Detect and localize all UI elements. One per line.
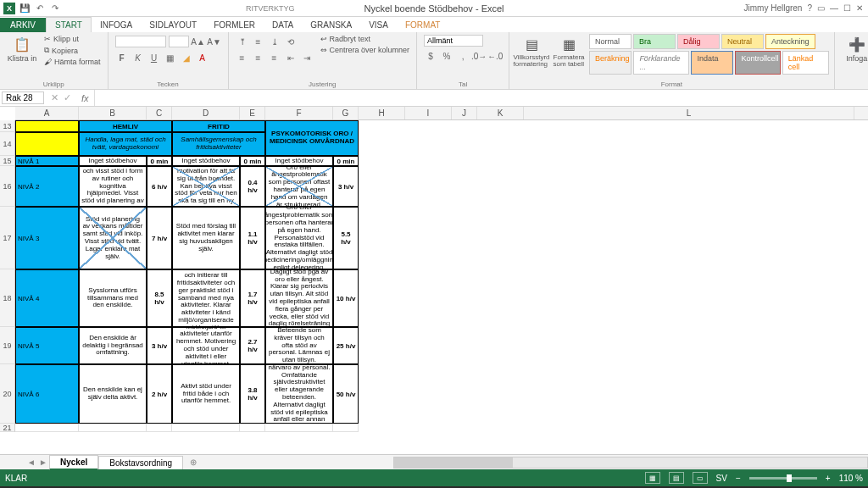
col-header-K[interactable]: K (477, 107, 524, 119)
row-header-21[interactable]: 21 (0, 424, 15, 432)
cell-A13[interactable] (15, 120, 79, 132)
cell-B16[interactable]: Behöver påminnelse och visst stöd i form… (79, 166, 147, 207)
cell-C18[interactable]: 8.5 h/v (147, 269, 172, 327)
cell-A21[interactable] (15, 424, 79, 432)
col-header-I[interactable]: I (405, 107, 452, 119)
cell-D18[interactable]: Personal motiverar och initierar till fr… (172, 269, 240, 327)
style-indata[interactable]: Indata (691, 51, 733, 75)
cell-C16[interactable]: 6 h/v (147, 166, 172, 207)
style-normal[interactable]: Normal (589, 34, 632, 49)
style-forklarande[interactable]: Förklarande ... (633, 51, 689, 75)
cell-E16[interactable]: 0.4 h/v (240, 166, 265, 207)
tab-infoga[interactable]: INFOGA (92, 18, 141, 32)
col-header-H[interactable]: H (359, 107, 405, 119)
tab-file[interactable]: ARKIV (0, 18, 46, 32)
qat-redo-icon[interactable]: ↷ (49, 3, 61, 14)
cell-C17[interactable]: 7 h/v (147, 207, 172, 269)
cell-G18[interactable]: 10 h/v (333, 269, 359, 327)
tab-data[interactable]: DATA (264, 18, 302, 32)
view-pagebreak-icon[interactable]: ▭ (693, 472, 708, 484)
cell-B18[interactable]: Sysslorna utförs tillsammans med den ens… (79, 269, 147, 327)
cell-A18[interactable]: NIVÅ 4 (15, 269, 79, 327)
col-header-L[interactable]: L (524, 107, 854, 119)
border-icon[interactable]: ▦ (164, 51, 177, 64)
cell-G16[interactable]: 3 h/v (333, 166, 359, 207)
cells-area[interactable]: HEMLIV FRITID PSYKOMOTORISK ORO / MEDICI… (15, 120, 359, 432)
cell-F16[interactable]: Oro eller ångestproblematik som personen… (265, 166, 333, 207)
style-bra[interactable]: Bra (633, 34, 676, 49)
cell-D20[interactable]: Aktivt stöd under fritid både i och utan… (172, 364, 240, 424)
row-header-13[interactable]: 13 (0, 120, 15, 132)
col-header-B[interactable]: B (79, 107, 147, 119)
cell-B19[interactable]: Den enskilde är delaktig i begränsad omf… (79, 327, 147, 364)
col-header-D[interactable]: D (172, 107, 240, 119)
align-right-icon[interactable]: ≡ (268, 51, 281, 64)
cell-A16[interactable]: NIVÅ 2 (15, 166, 79, 207)
cell-F17[interactable]: Oro eller ångestproblematik som personen… (265, 207, 333, 269)
align-center-icon[interactable]: ≡ (252, 51, 265, 64)
sub-fritid[interactable]: Samhällsgemenskap och fritidsaktiviteter (172, 132, 265, 156)
conditional-format-button[interactable]: ▤Villkorsstyrd formatering (515, 34, 548, 69)
indent-dec-icon[interactable]: ⇤ (284, 51, 298, 64)
row-header-14[interactable]: 14 (0, 132, 15, 156)
cell-B21[interactable] (79, 424, 147, 432)
cell-G19[interactable]: 25 h/v (333, 327, 359, 364)
col-header-E[interactable]: E (240, 107, 265, 119)
grow-font-icon[interactable]: A▲ (192, 35, 205, 48)
tab-visa[interactable]: VISA (360, 18, 397, 32)
col-header-F[interactable]: F (265, 107, 333, 119)
indent-inc-icon[interactable]: ⇥ (300, 51, 314, 64)
cell-D17[interactable]: Stöd med förslag till aktivitet men klar… (172, 207, 240, 269)
cell-F20[interactable]: Beteende som kräver ständig närvaro av p… (265, 364, 333, 424)
col-header-C[interactable]: C (147, 107, 172, 119)
tab-start[interactable]: START (46, 17, 92, 32)
orientation-icon[interactable]: ⟲ (284, 35, 298, 48)
tab-format[interactable]: FORMAT (397, 18, 448, 32)
name-box[interactable] (2, 92, 44, 104)
cell-A19[interactable]: NIVÅ 5 (15, 327, 79, 364)
tab-sidlayout[interactable]: SIDLAYOUT (141, 18, 205, 32)
cell-E18[interactable]: 1.7 h/v (240, 269, 265, 327)
cell-E19[interactable]: 2.7 h/v (240, 327, 265, 364)
tab-granska[interactable]: GRANSKA (302, 18, 360, 32)
style-anteckning[interactable]: Anteckning (765, 34, 815, 49)
view-normal-icon[interactable]: ▦ (645, 472, 660, 484)
col-header-A[interactable]: A (15, 107, 79, 119)
shrink-font-icon[interactable]: A▼ (208, 35, 221, 48)
zoom-slider[interactable] (749, 477, 817, 480)
qat-save-icon[interactable]: 💾 (19, 3, 31, 14)
style-berakning[interactable]: Beräkning (589, 51, 632, 75)
align-bottom-icon[interactable]: ⤓ (268, 35, 281, 48)
align-left-icon[interactable]: ≡ (236, 51, 249, 64)
add-sheet-button[interactable]: ⊕ (183, 456, 203, 469)
cell-B17[interactable]: Stöd vid planering av veckans måltider s… (79, 207, 147, 269)
cell-E17[interactable]: 1.1 h/v (240, 207, 265, 269)
maximize-icon[interactable]: ☐ (843, 3, 851, 13)
zoom-in-button[interactable]: + (826, 474, 831, 483)
font-name-input[interactable] (115, 36, 166, 47)
header-psyko[interactable]: PSYKOMOTORISK ORO / MEDICINSK OMVÅRDNAD (265, 120, 359, 156)
style-dalig[interactable]: Dålig (677, 34, 720, 49)
underline-icon[interactable]: U (147, 51, 161, 64)
cell-F21[interactable] (265, 424, 333, 432)
cell-C21[interactable] (147, 424, 172, 432)
sheet-nav-prev[interactable]: ◄ (25, 458, 37, 467)
align-middle-icon[interactable]: ≡ (252, 35, 265, 48)
zoom-knob[interactable] (787, 474, 792, 482)
merge-center-button[interactable]: ⇔Centrera över kolumner (319, 45, 412, 55)
column-headers[interactable]: ABCDEFGHIJKL (15, 107, 868, 120)
italic-icon[interactable]: K (131, 51, 145, 64)
font-size-input[interactable] (169, 36, 189, 47)
cell-C20[interactable]: 2 h/v (147, 364, 172, 424)
cell-E20[interactable]: 3.8 h/v (240, 364, 265, 424)
cell-G20[interactable]: 50 h/v (333, 364, 359, 424)
horizontal-scrollbar[interactable] (393, 457, 868, 469)
cell-G17[interactable]: 5.5 h/v (333, 207, 359, 269)
cell-D16[interactable]: Behöver viss motivation för att ta sig u… (172, 166, 240, 207)
copy-button[interactable]: ⧉Kopiera (42, 45, 103, 56)
cell-B15[interactable]: Inget stödbehov (79, 156, 147, 166)
tab-formler[interactable]: FORMLER (205, 18, 264, 32)
scrollbar-thumb[interactable] (394, 458, 513, 468)
minimize-icon[interactable]: — (830, 3, 838, 13)
qat-undo-icon[interactable]: ↶ (34, 3, 46, 14)
